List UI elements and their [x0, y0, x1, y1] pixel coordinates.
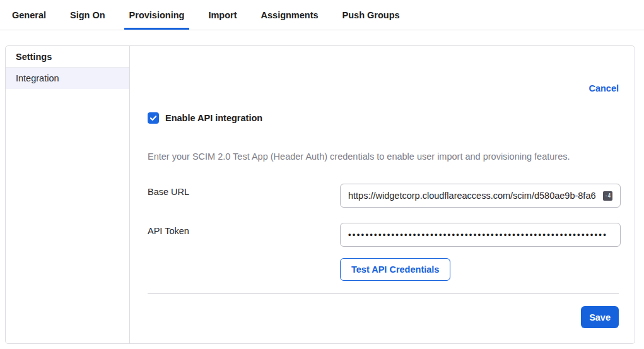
enable-api-integration-label: Enable API integration: [165, 113, 262, 123]
sidebar-header-settings: Settings: [6, 46, 129, 68]
base-url-value: https://widgetcorp.cloudflareaccess.com/…: [348, 191, 602, 201]
base-url-label: Base URL: [148, 187, 189, 197]
enable-api-integration-row: Enable API integration: [148, 112, 262, 124]
integration-settings-form: Cancel Enable API integration Enter your…: [130, 46, 635, 343]
tab-provisioning[interactable]: Provisioning: [129, 0, 185, 30]
provisioning-page: General Sign On Provisioning Import Assi…: [0, 0, 644, 349]
base-url-input[interactable]: https://widgetcorp.cloudflareaccess.com/…: [340, 184, 621, 208]
provisioning-panel: Settings Integration Cancel Enable API i…: [5, 45, 635, 344]
enable-api-integration-checkbox[interactable]: [148, 112, 159, 124]
test-api-credentials-button[interactable]: Test API Credentials: [340, 258, 450, 281]
footer-divider: [148, 293, 619, 293]
api-token-label: API Token: [148, 226, 189, 236]
tab-assignments[interactable]: Assignments: [261, 0, 319, 30]
tab-import[interactable]: Import: [208, 0, 237, 30]
credentials-description: Enter your SCIM 2.0 Test App (Header Aut…: [148, 151, 619, 162]
tab-sign-on[interactable]: Sign On: [69, 0, 106, 30]
api-token-masked-value: ••••••••••••••••••••••••••••••••••••••••…: [348, 230, 607, 239]
app-tab-bar: General Sign On Provisioning Import Assi…: [0, 0, 644, 30]
api-token-input[interactable]: ••••••••••••••••••••••••••••••••••••••••…: [340, 223, 621, 247]
tab-general[interactable]: General: [11, 0, 47, 30]
checkmark-icon: [149, 114, 157, 122]
sidebar-item-integration[interactable]: Integration: [6, 68, 129, 89]
tab-push-groups[interactable]: Push Groups: [342, 0, 401, 30]
save-button[interactable]: Save: [581, 306, 619, 328]
cancel-button[interactable]: Cancel: [588, 83, 619, 93]
clipped-text-cursor: -4: [603, 191, 612, 201]
settings-sidebar: Settings Integration: [6, 46, 130, 343]
